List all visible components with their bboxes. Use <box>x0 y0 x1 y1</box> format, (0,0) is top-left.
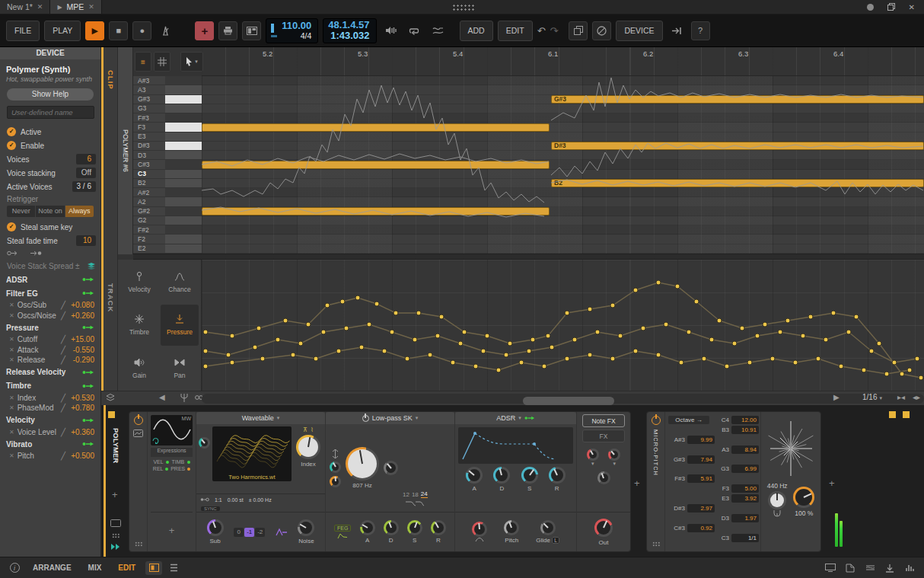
remove-mod-icon[interactable]: ✕ <box>9 302 14 308</box>
voice-stacking-value[interactable]: Off <box>76 168 96 178</box>
mod-row[interactable]: ✕Cutoff╱+15.00 <box>0 334 100 345</box>
song-time[interactable]: 1:43.032 <box>328 30 369 41</box>
piano-key[interactable]: A#2 <box>133 188 202 197</box>
osc-semitones[interactable]: 0.00 st <box>228 497 244 503</box>
micropitch-row[interactable]: B3 10.91 <box>712 425 760 435</box>
key-bar[interactable] <box>165 95 202 104</box>
rel-expression[interactable]: REL <box>153 466 164 471</box>
key-bar[interactable] <box>165 142 202 150</box>
pressure-expression-graph[interactable] <box>202 260 924 391</box>
remove-mod-icon[interactable]: ✕ <box>9 312 14 319</box>
browser-panel-icon[interactable] <box>881 561 898 575</box>
micropitch-row[interactable]: F3 5.00 <box>712 484 760 493</box>
remove-mod-icon[interactable]: ✕ <box>9 429 14 436</box>
tab-clip[interactable]: CLIP <box>107 70 115 90</box>
section-velocity[interactable]: Velocity <box>6 416 35 424</box>
key-bar[interactable] <box>165 133 202 141</box>
panel-swatch-1[interactable] <box>889 411 896 418</box>
glide-legato-badge[interactable]: L <box>552 537 559 544</box>
project-panel-icon[interactable] <box>842 561 859 575</box>
filter-mod2-knob[interactable] <box>330 476 341 487</box>
add-oscillator-icon[interactable]: + <box>169 525 175 536</box>
scroll-right-icon[interactable]: ▶ <box>833 393 840 401</box>
automation-button[interactable] <box>429 21 448 40</box>
lane-stack-icon[interactable] <box>106 393 115 402</box>
remove-mod-icon[interactable]: ✕ <box>9 356 14 363</box>
track-header-strip[interactable]: POLYMER #6 <box>118 47 133 254</box>
section-timbre[interactable]: Timbre <box>6 382 31 390</box>
key-bar[interactable] <box>165 179 202 187</box>
piano-key[interactable]: D#3 <box>133 142 202 151</box>
wavetable-mod-knob[interactable] <box>199 437 210 449</box>
env-sustain-knob[interactable] <box>521 467 538 484</box>
scrollbar-thumb[interactable] <box>523 397 614 405</box>
micropitch-row[interactable]: A#3 9.99 <box>668 435 760 445</box>
keytrack-icon[interactable]: ⊼ <box>303 426 307 433</box>
polymer-device[interactable]: MW Expressions VEL TIMB REL PRES + Wavet… <box>129 411 631 552</box>
key-bar[interactable] <box>165 170 202 178</box>
overdub-plus-button[interactable]: + <box>195 21 214 40</box>
reference-freq-knob[interactable] <box>768 491 786 509</box>
micropitch-row[interactable]: C#3 0.92 <box>668 523 760 533</box>
restore-window-icon[interactable] <box>887 3 895 11</box>
lane-pressure[interactable]: Pressure <box>161 305 199 345</box>
note-in-icon[interactable] <box>7 250 22 257</box>
octave-minus2[interactable]: -2 <box>255 528 265 537</box>
steal-same-key-checkbox[interactable]: ✓ <box>7 222 16 232</box>
slope-12[interactable]: 12 <box>403 491 409 498</box>
zoom-in-icon[interactable]: ◂▸ <box>913 393 920 401</box>
info-icon[interactable]: i <box>6 561 23 575</box>
editor-divider[interactable] <box>133 254 924 260</box>
filter-mod1-knob[interactable] <box>330 461 341 473</box>
panel-swatch-2[interactable] <box>903 411 910 418</box>
piano-key[interactable]: D3 <box>133 151 202 160</box>
layered-view-button[interactable]: ≡ <box>135 52 151 72</box>
feg-decay-knob[interactable] <box>384 520 399 535</box>
single-panel-layout-button[interactable] <box>145 561 162 575</box>
filter-resonance-knob[interactable] <box>384 461 398 475</box>
device-rename-input[interactable] <box>7 106 94 119</box>
wavetable-display[interactable]: Two Harmonics.wt <box>212 426 292 481</box>
micro-pitch-device[interactable]: MICRO-PITCH Octave → C4 12.00 B3 10.91 A… <box>646 411 821 552</box>
mod-row[interactable]: ✕Voice Level╱+0.360 <box>0 427 100 438</box>
micropitch-row[interactable]: D3 1.97 <box>712 513 760 523</box>
project-tab-new1[interactable]: New 1* ✕ <box>0 0 50 14</box>
piano-key[interactable]: F3 <box>133 123 202 132</box>
printer-button[interactable] <box>218 21 237 40</box>
feg-release-knob[interactable] <box>431 520 446 535</box>
send2-knob[interactable] <box>608 449 620 461</box>
pointer-tool-button[interactable]: ▾ <box>180 52 203 72</box>
piano-key[interactable]: B2 <box>133 179 202 188</box>
key-bar[interactable] <box>165 151 202 159</box>
piano-key[interactable]: A#3 <box>133 76 202 85</box>
insert-device-icon[interactable] <box>668 21 687 40</box>
device-power-button[interactable] <box>652 416 661 425</box>
octave-minus1[interactable]: -1 <box>244 528 254 537</box>
vel-expression[interactable]: VEL <box>153 459 163 465</box>
key-bar[interactable] <box>165 104 202 113</box>
cancel-button[interactable] <box>592 21 611 40</box>
feg-sustain-knob[interactable] <box>407 520 422 535</box>
envelope-display[interactable] <box>458 427 573 464</box>
key-bar[interactable] <box>165 160 202 168</box>
piano-key[interactable]: G3 <box>133 104 202 113</box>
close-tab-icon[interactable]: ✕ <box>88 3 94 11</box>
piano-key[interactable]: E2 <box>133 244 202 254</box>
sub-knob[interactable] <box>207 519 224 536</box>
fold-notes-icon[interactable] <box>180 393 188 403</box>
metronome-button[interactable] <box>156 21 175 40</box>
feg-badge[interactable]: FEG <box>334 525 351 532</box>
fx-tab[interactable]: FX <box>582 430 625 442</box>
retrigger-noteon[interactable]: Note on <box>36 206 64 217</box>
device-drag-handle[interactable] <box>652 541 660 547</box>
stack-spread-icon[interactable] <box>87 262 96 270</box>
micropitch-row[interactable]: F#3 5.91 <box>668 474 760 484</box>
edit-view-button[interactable]: EDIT <box>111 564 142 572</box>
sub-shape-icon[interactable] <box>276 528 288 537</box>
env-attack-knob[interactable] <box>466 467 483 484</box>
remove-mod-icon[interactable]: ✕ <box>9 346 14 353</box>
count-in-button[interactable] <box>381 21 400 40</box>
retrigger-never[interactable]: Never <box>7 206 35 217</box>
key-bar[interactable] <box>165 123 202 131</box>
zoom-out-icon[interactable]: ▸◂ <box>897 393 905 401</box>
